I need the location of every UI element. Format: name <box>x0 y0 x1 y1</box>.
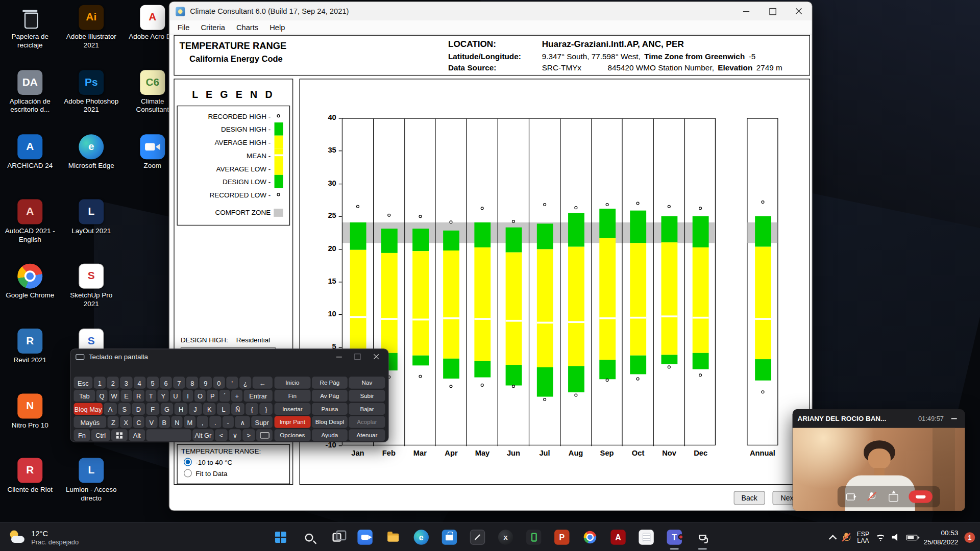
key-3[interactable]: 3 <box>120 377 132 388</box>
menu-criteria[interactable]: Criteria <box>195 21 230 33</box>
menu-charts[interactable]: Charts <box>231 21 264 33</box>
key-b[interactable]: B <box>159 416 170 428</box>
taskbar-search[interactable] <box>301 523 316 551</box>
key-opciones[interactable]: Opciones <box>275 429 311 441</box>
desktop-icon-archicad[interactable]: AARCHICAD 24 <box>1 134 59 170</box>
desktop-icon-illustrator[interactable]: AiAdobe Illustrator 2021 <box>62 5 120 50</box>
key-insertar[interactable]: Insertar <box>275 403 311 415</box>
taskbar-chat[interactable] <box>357 523 372 551</box>
key-key[interactable]: } <box>260 403 273 415</box>
key-n[interactable]: N <box>172 416 183 428</box>
key-entrar[interactable]: Entrar <box>244 390 273 402</box>
desktop-icon-autocad[interactable]: AAutoCAD 2021 - English <box>1 199 59 244</box>
taskbar-powerpoint[interactable]: P <box>554 523 569 551</box>
key-key[interactable]: ∧ <box>235 416 250 428</box>
osk-titlebar[interactable]: Teclado en pantalla <box>70 349 388 364</box>
key-inicio[interactable]: Inicio <box>275 377 311 388</box>
key-key[interactable]: , <box>197 416 209 428</box>
camera-icon[interactable] <box>845 491 856 502</box>
desktop-icon-sketchup[interactable]: SSketchUp Pro 2021 <box>62 264 120 309</box>
taskbar-acrobat[interactable]: A <box>610 523 625 551</box>
key-key[interactable]: - <box>222 416 234 428</box>
key-j[interactable]: J <box>189 403 202 415</box>
desktop-icon-photoshop[interactable]: PsAdobe Photoshop 2021 <box>62 70 120 115</box>
tray-chevron-up-icon[interactable] <box>829 535 837 543</box>
key-o[interactable]: O <box>194 390 206 402</box>
minimize-button[interactable] <box>733 2 759 21</box>
key-mayus[interactable]: Mayús <box>74 416 106 428</box>
radio-button[interactable] <box>184 469 192 478</box>
key-key[interactable]: ´ <box>219 390 230 402</box>
key-tab[interactable]: Tab <box>74 390 95 402</box>
maximize-button[interactable] <box>760 2 786 21</box>
key-key[interactable]: + <box>232 390 243 402</box>
key-r[interactable]: R <box>133 390 144 402</box>
osk-maximize-button[interactable] <box>349 350 365 363</box>
taskbar-notes[interactable] <box>639 523 653 551</box>
key-k[interactable]: K <box>203 403 216 415</box>
key-9[interactable]: 9 <box>200 377 211 388</box>
key-ayuda[interactable]: Ayuda <box>312 429 348 441</box>
key-6[interactable]: 6 <box>160 377 172 388</box>
key-av-pag[interactable]: Av Pág <box>312 390 348 402</box>
key-y[interactable]: Y <box>158 390 169 402</box>
key-pausa[interactable]: Pausa <box>312 403 348 415</box>
zoom-minimize-button[interactable] <box>947 412 960 424</box>
key-q[interactable]: Q <box>96 390 108 402</box>
radio-button-selected[interactable] <box>184 458 192 466</box>
key-h[interactable]: H <box>175 403 187 415</box>
key-i[interactable]: I <box>182 390 193 402</box>
key-key[interactable]: ∨ <box>229 429 241 441</box>
desktop-icon-nitro[interactable]: NNitro Pro 10 <box>1 393 59 430</box>
taskbar-teams[interactable]: T <box>667 523 682 551</box>
taskbar-java[interactable] <box>695 523 710 551</box>
key-a[interactable]: A <box>104 403 116 415</box>
taskbar-store[interactable] <box>442 523 457 551</box>
key-key[interactable]: > <box>242 429 255 441</box>
key-subir[interactable]: Subir <box>349 390 385 402</box>
taskbar-whiteboard[interactable] <box>470 523 485 551</box>
share-screen-icon[interactable] <box>888 491 899 502</box>
taskbar-phone[interactable] <box>526 523 541 551</box>
key-re-pag[interactable]: Re Pág <box>312 377 348 388</box>
wifi-icon[interactable] <box>875 533 886 541</box>
radio-fixed-range[interactable]: -10 to 40 °C <box>184 458 289 466</box>
desktop-icon-desktop-app[interactable]: DAAplicación de escritorio d... <box>1 70 59 115</box>
key-e[interactable]: E <box>121 390 132 402</box>
key-w[interactable]: W <box>109 390 120 402</box>
desktop-icon-layout[interactable]: LLayOut 2021 <box>62 199 120 235</box>
key-7[interactable]: 7 <box>173 377 185 388</box>
key-z[interactable]: Z <box>108 416 119 428</box>
key-key[interactable]: ' <box>226 377 238 388</box>
end-call-button[interactable] <box>909 490 933 503</box>
menu-help[interactable]: Help <box>264 21 290 33</box>
taskbar-chrome[interactable] <box>582 523 597 551</box>
key-fn[interactable]: Fn <box>74 429 90 441</box>
key-g[interactable]: G <box>160 403 173 415</box>
key-supr[interactable]: Supr <box>251 416 273 428</box>
key-0[interactable]: 0 <box>213 377 225 388</box>
key-l[interactable]: L <box>217 403 230 415</box>
key-key[interactable]: . <box>210 416 222 428</box>
desktop-icon-revit[interactable]: RRevit 2021 <box>1 329 59 365</box>
key-bloq-despl[interactable]: Bloq Despl <box>312 416 348 428</box>
key-1[interactable]: 1 <box>94 377 106 388</box>
key-x[interactable]: X <box>120 416 132 428</box>
radio-fit-to-data[interactable]: Fit to Data <box>184 469 289 478</box>
key-p[interactable]: P <box>207 390 218 402</box>
osk-close-button[interactable] <box>368 350 384 363</box>
zoom-header[interactable]: ARIANY DEL ROCIO BAN... 01:49:57 <box>793 409 965 428</box>
key-u[interactable]: U <box>170 390 181 402</box>
osk-minimize-button[interactable] <box>331 350 347 363</box>
key-2[interactable]: 2 <box>107 377 119 388</box>
key-bajar[interactable]: Bajar <box>349 403 385 415</box>
language-indicator[interactable]: ESP LAA <box>857 530 870 544</box>
mute-mic-icon[interactable] <box>866 491 877 502</box>
key-impr-pant[interactable]: Impr Pant <box>275 416 311 428</box>
key-4[interactable]: 4 <box>133 377 145 388</box>
key-fin[interactable]: Fin <box>275 390 311 402</box>
notification-count-badge[interactable]: 1 <box>964 532 975 543</box>
key-bloq-may[interactable]: Bloq May <box>74 403 102 415</box>
key-c[interactable]: C <box>133 416 145 428</box>
key-key[interactable]: { <box>246 403 258 415</box>
